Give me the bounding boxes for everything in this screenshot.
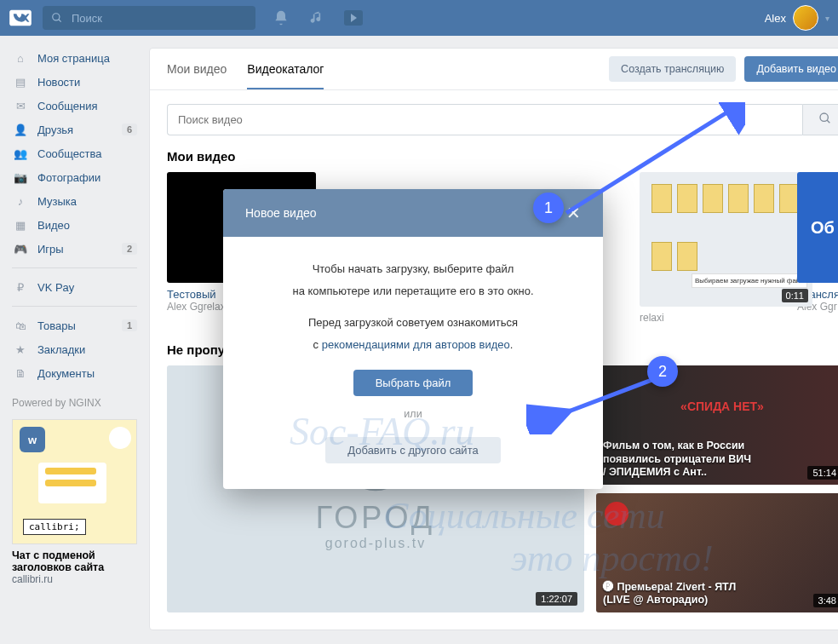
sidebar-label: Закладки: [37, 343, 85, 356]
video-thumb: Об: [797, 172, 838, 283]
tab-catalog[interactable]: Видеокаталог: [247, 49, 324, 89]
search-icon: [51, 12, 63, 24]
badge: 2: [122, 243, 137, 255]
or-text: или: [257, 408, 569, 420]
recommendations-link[interactable]: рекомендациями для авторов видео: [322, 338, 510, 351]
camera-icon: 📷: [12, 169, 29, 186]
sidebar-label: Документы: [37, 367, 95, 380]
choose-file-button[interactable]: Выбрать файл: [353, 370, 474, 396]
sidebar-label: Видео: [37, 219, 70, 232]
sidebar-item-music[interactable]: ♪Музыка: [12, 189, 137, 213]
radio-logo-icon: [605, 502, 628, 526]
pay-icon: ₽: [12, 279, 29, 296]
sidebar-item-goods[interactable]: 🛍Товары1: [12, 313, 137, 337]
svg-line-5: [566, 109, 732, 213]
modal-text: с рекомендациями для авторов видео.: [257, 336, 569, 354]
video-author: relaxi: [640, 312, 789, 324]
video-title: 🅟 Премьера! Zivert - ЯТЛ (LIVE @ Авторад…: [603, 581, 756, 607]
video-duration: 51:14: [807, 466, 838, 480]
video-duration: 1:22:07: [536, 592, 577, 606]
badge: 1: [122, 319, 137, 331]
brand-text: ГОРОД: [316, 500, 435, 536]
ad-subtitle: callibri.ru: [12, 573, 137, 585]
video-search-button[interactable]: [802, 104, 838, 135]
search-icon: [818, 112, 832, 125]
global-search-input[interactable]: [70, 11, 216, 26]
sidebar-item-games[interactable]: 🎮Игры2: [12, 237, 137, 261]
username: Alex: [765, 12, 786, 25]
music-icon[interactable]: [308, 9, 325, 26]
sidebar-item-news[interactable]: ▤Новости: [12, 70, 137, 94]
news-icon: ▤: [12, 73, 29, 90]
bell-icon[interactable]: [273, 9, 290, 26]
sidebar-item-documents[interactable]: 🗎Документы: [12, 361, 137, 385]
gamepad-icon: 🎮: [12, 240, 29, 257]
note-icon: ♪: [12, 193, 29, 210]
top-icons: [273, 9, 363, 26]
badge: 6: [122, 124, 137, 135]
step-marker-2: 2: [647, 356, 678, 387]
top-bar: Alex ▾: [0, 0, 838, 36]
groups-icon: 👥: [12, 145, 29, 162]
sidebar-item-my-page[interactable]: ⌂Моя страница: [12, 46, 137, 70]
annotation-arrow: [558, 102, 745, 221]
add-from-site-button[interactable]: Добавить с другого сайта: [325, 437, 500, 463]
sidebar-label: Друзья: [37, 124, 73, 136]
sidebar-label: Музыка: [37, 195, 77, 208]
sidebar-item-photos[interactable]: 📷Фотографии: [12, 165, 137, 189]
sidebar-item-friends[interactable]: 👤Друзья6: [12, 118, 137, 141]
home-icon: ⌂: [12, 49, 29, 66]
add-video-button[interactable]: Добавить видео: [744, 56, 838, 82]
sidebar-item-bookmarks[interactable]: ★Закладки: [12, 337, 137, 361]
divider: [12, 306, 137, 307]
sidebar-label: Фотографии: [37, 171, 100, 184]
annotation-arrow: [526, 375, 663, 434]
sidebar-label: Новости: [37, 76, 80, 89]
message-icon: ✉: [12, 97, 29, 114]
sidebar-label: Товары: [37, 319, 76, 332]
sidebar-item-messages[interactable]: ✉Сообщения: [12, 94, 137, 118]
user-menu[interactable]: Alex ▾: [765, 5, 829, 31]
video-duration: 0:11: [782, 289, 808, 302]
sidebar-item-communities[interactable]: 👥Сообщества: [12, 141, 137, 165]
sidebar-item-vkpay[interactable]: ₽VK Pay: [12, 275, 137, 299]
divider: [12, 267, 137, 268]
global-search[interactable]: [43, 6, 255, 30]
modal-title: Новое видео: [245, 206, 317, 220]
sidebar: ⌂Моя страница ▤Новости ✉Сообщения 👤Друзь…: [12, 36, 137, 630]
side-video[interactable]: 🅟 Премьера! Zivert - ЯТЛ (LIVE @ Авторад…: [596, 493, 838, 612]
sidebar-ad[interactable]: w callibri; Чат с подменой заголовков са…: [12, 419, 137, 585]
ad-title: Чат с подменой заголовков сайта: [12, 549, 137, 573]
bag-icon: 🛍: [12, 317, 29, 334]
svg-point-0: [53, 14, 60, 20]
video-icon: ▦: [12, 216, 29, 233]
avatar: [793, 5, 818, 31]
svg-line-1: [59, 20, 61, 22]
sidebar-label: Сообщества: [37, 147, 102, 160]
ad-image: w callibri;: [12, 419, 137, 544]
powered-by: Powered by NGINX: [12, 397, 137, 409]
new-video-modal: Новое видео ✕ Чтобы начать загрузку, выб…: [223, 189, 603, 489]
brand-sub: gorod-plus.tv: [325, 536, 427, 551]
svg-line-6: [535, 379, 654, 424]
modal-text: Перед загрузкой советуем ознакомиться: [257, 314, 569, 331]
svg-line-3: [827, 120, 829, 123]
video-duration: 3:48: [813, 594, 838, 607]
svg-point-2: [820, 113, 828, 121]
sidebar-item-video[interactable]: ▦Видео: [12, 213, 137, 237]
sidebar-label: VK Pay: [37, 281, 74, 294]
modal-text: на компьютере или перетащите его в это о…: [257, 283, 569, 300]
step-marker-1: 1: [533, 193, 564, 223]
create-stream-button[interactable]: Создать трансляцию: [609, 56, 736, 82]
modal-body: Чтобы начать загрузку, выберите файл на …: [223, 237, 603, 489]
play-icon[interactable]: [344, 10, 363, 26]
modal-text: Чтобы начать загрузку, выберите файл: [257, 261, 569, 278]
doc-icon: 🗎: [12, 365, 29, 382]
friends-icon: 👤: [12, 121, 29, 138]
vk-logo-icon[interactable]: [9, 6, 32, 30]
video-title: Фильм о том, как в России появились отри…: [603, 440, 756, 480]
sidebar-label: Сообщения: [37, 100, 98, 112]
star-icon: ★: [12, 341, 29, 358]
tab-my-videos[interactable]: Мои видео: [167, 49, 227, 89]
sidebar-label: Моя страница: [37, 52, 110, 65]
